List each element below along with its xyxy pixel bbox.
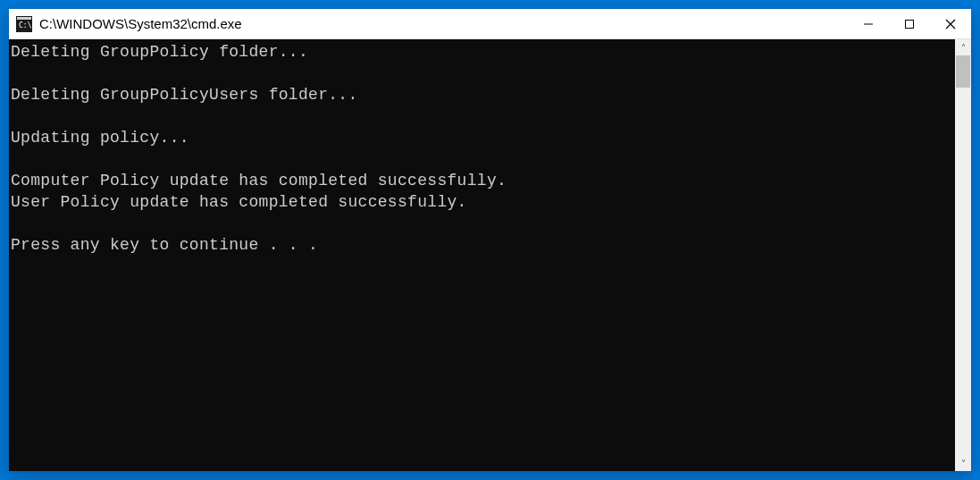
window-title: C:\WINDOWS\System32\cmd.exe [39, 16, 848, 31]
svg-rect-4 [906, 20, 914, 28]
scroll-thumb[interactable] [956, 55, 970, 88]
titlebar[interactable]: C:\ C:\WINDOWS\System32\cmd.exe [9, 9, 971, 39]
svg-rect-1 [17, 17, 31, 20]
vertical-scrollbar[interactable]: ˄ ˅ [955, 39, 971, 471]
terminal-output[interactable]: Deleting GroupPolicy folder... Deleting … [9, 39, 955, 471]
scroll-up-arrow[interactable]: ˄ [955, 39, 971, 55]
window-controls [848, 9, 971, 38]
maximize-button[interactable] [889, 9, 930, 38]
scroll-track[interactable] [955, 55, 971, 455]
scroll-down-arrow[interactable]: ˅ [955, 455, 971, 471]
cmd-icon: C:\ [16, 16, 32, 32]
svg-text:C:\: C:\ [19, 21, 32, 29]
cmd-window: C:\ C:\WINDOWS\System32\cmd.exe Deleting… [9, 9, 971, 471]
minimize-button[interactable] [848, 9, 889, 38]
terminal-container: Deleting GroupPolicy folder... Deleting … [9, 39, 971, 471]
close-button[interactable] [930, 9, 971, 38]
